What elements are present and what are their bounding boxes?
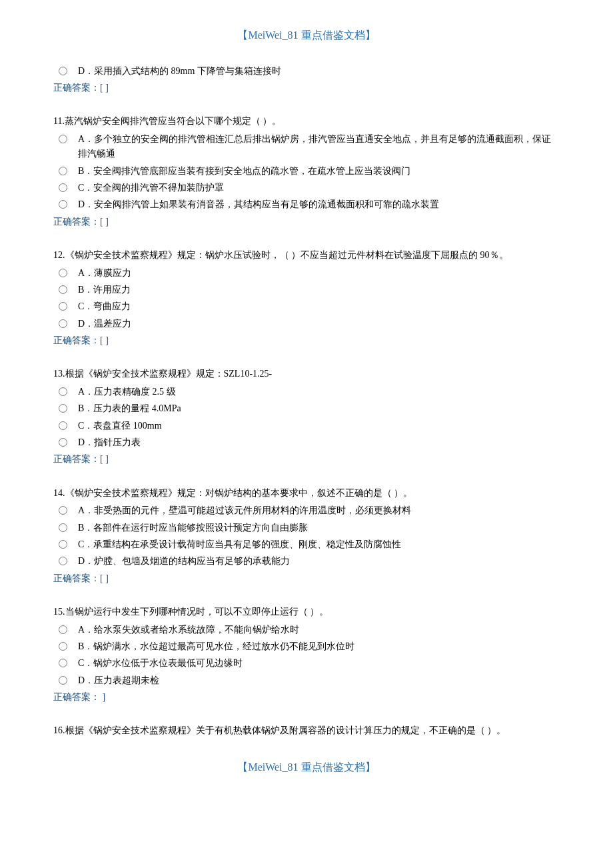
option-radio[interactable] bbox=[59, 557, 67, 565]
option-row: A．给水泵失效或者给水系统故障，不能向锅炉给水时 bbox=[53, 623, 560, 637]
option-radio[interactable] bbox=[59, 438, 67, 447]
answer-label: 正确答案：[ ] bbox=[53, 215, 560, 229]
option-row: B．锅炉满水，水位超过最高可见水位，经过放水仍不能见到水位时 bbox=[53, 639, 560, 654]
option-text: B．压力表的量程 4.0MPa bbox=[78, 401, 560, 416]
question-block: 16.根据《锅炉安全技术监察规程》关于有机热载体锅炉及附属容器的设计计算压力的规… bbox=[53, 723, 560, 738]
option-row: C．弯曲应力 bbox=[53, 299, 560, 314]
option-text: B．安全阀排汽管底部应当装有接到安全地点的疏水管，在疏水管上应当装设阀门 bbox=[78, 164, 560, 179]
option-text: B．锅炉满水，水位超过最高可见水位，经过放水仍不能见到水位时 bbox=[78, 639, 560, 654]
option-radio[interactable] bbox=[59, 200, 67, 209]
question-stem: 13.根据《锅炉安全技术监察规程》规定：SZL10-1.25- bbox=[53, 367, 560, 381]
option-row: D．安全阀排汽管上如果装有消音器，其结构应当有足够的流通截面积和可靠的疏水装置 bbox=[53, 197, 560, 212]
option-row: A．薄膜应力 bbox=[53, 266, 560, 281]
option-radio[interactable] bbox=[59, 421, 67, 430]
option-radio[interactable] bbox=[59, 269, 67, 277]
option-row: C．承重结构在承受设计载荷时应当具有足够的强度、刚度、稳定性及防腐蚀性 bbox=[53, 537, 560, 552]
answer-label: 正确答案：[ ] bbox=[53, 452, 560, 467]
option-radio[interactable] bbox=[59, 135, 67, 143]
option-row: A．非受热面的元件，壁温可能超过该元件所用材料的许用温度时，必须更换材料 bbox=[53, 503, 560, 518]
option-radio[interactable] bbox=[59, 183, 67, 192]
option-radio[interactable] bbox=[59, 642, 67, 651]
option-text: A．压力表精确度 2.5 级 bbox=[78, 385, 560, 399]
option-radio[interactable] bbox=[59, 676, 67, 685]
question-stem: 11.蒸汽锅炉安全阀排汽管应当符合以下哪个规定（ ）。 bbox=[53, 114, 560, 129]
option-row: B．各部件在运行时应当能够按照设计预定方向自由膨胀 bbox=[53, 521, 560, 535]
answer-label: 正确答案：[ ] bbox=[53, 81, 560, 95]
option-text: C．表盘直径 100mm bbox=[78, 419, 560, 433]
option-text: D．安全阀排汽管上如果装有消音器，其结构应当有足够的流通截面积和可靠的疏水装置 bbox=[78, 197, 560, 212]
option-row: D．压力表超期未检 bbox=[53, 673, 560, 688]
option-row: A．压力表精确度 2.5 级 bbox=[53, 385, 560, 399]
option-row: D．采用插入式结构的 89mm 下降管与集箱连接时 bbox=[53, 64, 560, 79]
option-row: D．温差应力 bbox=[53, 317, 560, 331]
option-text: D．指针压力表 bbox=[78, 435, 560, 450]
option-row: C．表盘直径 100mm bbox=[53, 419, 560, 433]
option-text: D．炉膛、包墙及烟道的结构应当有足够的承载能力 bbox=[78, 554, 560, 569]
option-text: A．非受热面的元件，壁温可能超过该元件所用材料的许用温度时，必须更换材料 bbox=[78, 503, 560, 518]
option-row: D．炉膛、包墙及烟道的结构应当有足够的承载能力 bbox=[53, 554, 560, 569]
question-block: 12.《锅炉安全技术监察规程》规定：锅炉水压试验时，（ ）不应当超过元件材料在试… bbox=[53, 248, 560, 348]
page-header: 【MeiWei_81 重点借鉴文档】 bbox=[53, 27, 560, 44]
question-stem: 16.根据《锅炉安全技术监察规程》关于有机热载体锅炉及附属容器的设计计算压力的规… bbox=[53, 723, 560, 738]
option-radio[interactable] bbox=[59, 67, 67, 75]
question-block: 15.当锅炉运行中发生下列哪种情况时，可以不立即停止运行（ ）。A．给水泵失效或… bbox=[53, 605, 560, 705]
option-row: D．指针压力表 bbox=[53, 435, 560, 450]
page-footer: 【MeiWei_81 重点借鉴文档】 bbox=[53, 759, 560, 776]
question-block: 11.蒸汽锅炉安全阀排汽管应当符合以下哪个规定（ ）。A．多个独立的安全阀的排汽… bbox=[53, 114, 560, 229]
option-radio[interactable] bbox=[59, 285, 67, 294]
option-text: C．承重结构在承受设计载荷时应当具有足够的强度、刚度、稳定性及防腐蚀性 bbox=[78, 537, 560, 552]
option-row: B．许用应力 bbox=[53, 283, 560, 297]
question-block: 13.根据《锅炉安全技术监察规程》规定：SZL10-1.25-A．压力表精确度 … bbox=[53, 367, 560, 467]
answer-label: 正确答案： ] bbox=[53, 690, 560, 705]
option-radio[interactable] bbox=[59, 302, 67, 311]
option-text: C．安全阀的排汽管不得加装防护罩 bbox=[78, 181, 560, 195]
option-text: A．给水泵失效或者给水系统故障，不能向锅炉给水时 bbox=[78, 623, 560, 637]
option-text: C．锅炉水位低于水位表最低可见边缘时 bbox=[78, 656, 560, 671]
question-stem: 12.《锅炉安全技术监察规程》规定：锅炉水压试验时，（ ）不应当超过元件材料在试… bbox=[53, 248, 560, 263]
option-radio[interactable] bbox=[59, 625, 67, 634]
option-text: A．多个独立的安全阀的排汽管相连汇总后排出锅炉房，排汽管应当直通安全地点，并且有… bbox=[78, 132, 560, 162]
question-stem: 15.当锅炉运行中发生下列哪种情况时，可以不立即停止运行（ ）。 bbox=[53, 605, 560, 619]
option-text: B．各部件在运行时应当能够按照设计预定方向自由膨胀 bbox=[78, 521, 560, 535]
answer-label: 正确答案：[ ] bbox=[53, 333, 560, 348]
answer-label: 正确答案：[ ] bbox=[53, 571, 560, 586]
question-stem: 14.《锅炉安全技术监察规程》规定：对锅炉结构的基本要求中，叙述不正确的是（ ）… bbox=[53, 486, 560, 501]
leading-option-block: D．采用插入式结构的 89mm 下降管与集箱连接时 正确答案：[ ] bbox=[53, 64, 560, 96]
option-radio[interactable] bbox=[59, 167, 67, 175]
option-text: A．薄膜应力 bbox=[78, 266, 560, 281]
option-row: B．压力表的量程 4.0MPa bbox=[53, 401, 560, 416]
option-radio[interactable] bbox=[59, 659, 67, 667]
option-text: D．压力表超期未检 bbox=[78, 673, 560, 688]
option-radio[interactable] bbox=[59, 540, 67, 549]
option-row: C．安全阀的排汽管不得加装防护罩 bbox=[53, 181, 560, 195]
option-radio[interactable] bbox=[59, 319, 67, 328]
option-row: B．安全阀排汽管底部应当装有接到安全地点的疏水管，在疏水管上应当装设阀门 bbox=[53, 164, 560, 179]
option-text: B．许用应力 bbox=[78, 283, 560, 297]
option-radio[interactable] bbox=[59, 523, 67, 532]
option-row: C．锅炉水位低于水位表最低可见边缘时 bbox=[53, 656, 560, 671]
option-radio[interactable] bbox=[59, 506, 67, 515]
option-row: A．多个独立的安全阀的排汽管相连汇总后排出锅炉房，排汽管应当直通安全地点，并且有… bbox=[53, 132, 560, 162]
question-block: 14.《锅炉安全技术监察规程》规定：对锅炉结构的基本要求中，叙述不正确的是（ ）… bbox=[53, 486, 560, 586]
option-radio[interactable] bbox=[59, 387, 67, 396]
option-text: C．弯曲应力 bbox=[78, 299, 560, 314]
option-text: D．采用插入式结构的 89mm 下降管与集箱连接时 bbox=[78, 64, 560, 79]
option-radio[interactable] bbox=[59, 404, 67, 413]
option-text: D．温差应力 bbox=[78, 317, 560, 331]
